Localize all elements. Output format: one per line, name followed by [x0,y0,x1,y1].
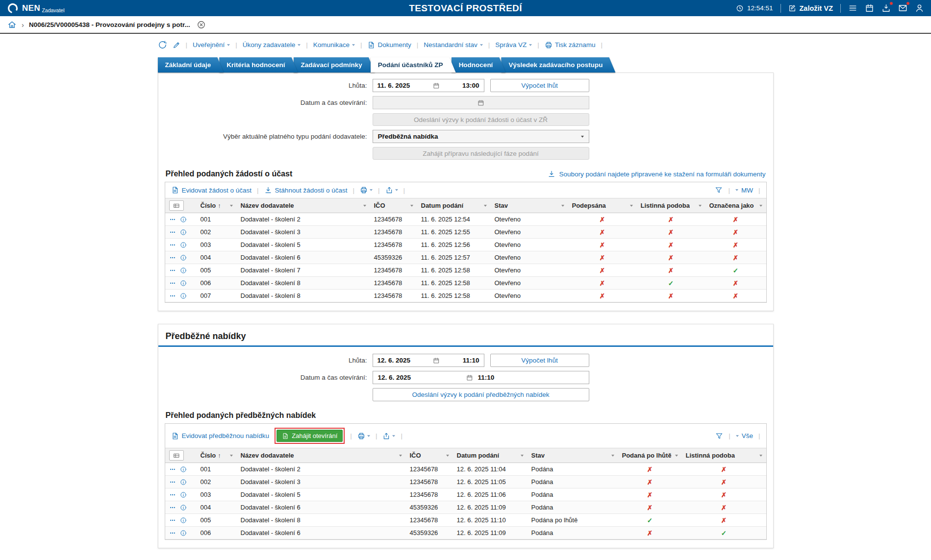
filter-button[interactable] [715,432,723,440]
register-prelim-offer-button[interactable]: Evidovat předběžnou nabídku [171,432,270,440]
row-info-icon[interactable] [180,479,187,486]
breadcrumb-record[interactable]: N006/25/V00005438 - Provozování prodejny… [29,21,190,28]
column-filter-icon[interactable] [759,205,762,207]
row-actions-icon[interactable] [169,479,176,486]
edit-button[interactable] [173,41,180,49]
row-actions-icon[interactable] [169,530,176,536]
column-filter-icon[interactable] [699,205,702,207]
submission-type-select[interactable]: Předběžná nabídka [373,130,589,143]
column-header[interactable]: Datum podání [417,198,491,213]
table-row[interactable]: 006Dodavatel - školení 64535932612. 6. 2… [165,527,766,539]
downloads-button[interactable] [881,3,891,13]
table-row[interactable]: 004Dodavatel - školení 64535932612. 6. 2… [165,501,766,514]
table-row[interactable]: 006Dodavatel - školení 81234567811. 6. 2… [165,277,766,290]
create-vz-button[interactable]: Založit VZ [788,4,833,12]
menu-nestandardni-stav[interactable]: Nestandardní stav [424,41,483,49]
prelim-deadline-datetime-field[interactable]: 12. 6. 2025 11:10 [373,354,484,367]
column-header[interactable]: Číslo↑ [197,448,237,463]
column-header[interactable]: Název dodavatele [237,198,370,213]
messages-button[interactable] [898,3,907,13]
submission-files-link[interactable]: Soubory podání najdete připravené ke sta… [548,170,765,178]
table-row[interactable]: 004Dodavatel - školení 64535932611. 6. 2… [165,251,766,264]
calendar-button[interactable] [865,3,874,13]
calendar-icon[interactable] [466,374,473,381]
column-filter-icon[interactable] [230,205,233,207]
column-header[interactable]: Podepsána [568,198,637,213]
column-filter-icon[interactable] [759,455,762,457]
row-actions-icon[interactable] [169,267,176,274]
row-info-icon[interactable] [180,504,187,511]
column-settings-button[interactable] [169,200,184,211]
register-request-button[interactable]: Evidovat žádost o účast [171,186,252,194]
row-info-icon[interactable] [180,267,187,274]
column-filter-icon[interactable] [521,455,524,457]
export-table-button[interactable] [385,186,398,194]
row-info-icon[interactable] [180,216,187,223]
column-filter-icon[interactable] [561,205,564,207]
calendar-icon[interactable] [433,357,440,364]
column-filter-icon[interactable] [675,455,678,457]
row-info-icon[interactable] [180,280,187,287]
print-table-button[interactable] [360,186,373,194]
menu-tisk-zaznamu[interactable]: Tisk záznamu [545,41,596,49]
tab-vysledek-zadavaciho-postupu[interactable]: Výsledek zadávacího postupu [501,57,615,73]
column-settings-button[interactable] [169,450,184,461]
calc-deadlines-button[interactable]: Výpočet lhůt [490,79,589,92]
account-button[interactable] [915,3,924,13]
row-actions-icon[interactable] [169,491,176,498]
column-header[interactable]: Datum podání [453,448,528,463]
row-info-icon[interactable] [180,466,187,473]
table-row[interactable]: 001Dodavatel - školení 21234567811. 6. 2… [165,213,766,226]
deadline-datetime-field[interactable]: 11. 6. 2025 13:00 [373,79,484,92]
menu-komunikace[interactable]: Komunikace [313,41,355,49]
tab-podani-ucastniku-zp[interactable]: Podání účastníků ZP [371,57,456,73]
row-actions-icon[interactable] [169,517,176,524]
nen-brand[interactable]: NEN Zadavatel [7,2,65,14]
column-filter-icon[interactable] [446,455,449,457]
row-info-icon[interactable] [180,517,187,524]
column-filter-icon[interactable] [630,205,633,207]
row-actions-icon[interactable] [169,280,176,287]
row-actions-icon[interactable] [169,466,176,473]
close-record-button[interactable] [197,20,206,29]
prelim-opening-datetime-field[interactable]: 12. 6. 2025 11:10 [373,371,589,384]
download-requests-button[interactable]: Stáhnout žádosti o účast [264,186,348,194]
print-table-button[interactable] [357,432,370,440]
column-header[interactable]: Stav [528,448,618,463]
column-filter-icon[interactable] [230,455,233,457]
row-actions-icon[interactable] [169,292,176,299]
row-actions-icon[interactable] [169,504,176,511]
table-row[interactable]: 007Dodavatel - školení 81234567811. 6. 2… [165,290,766,302]
column-header[interactable]: Listinná podoba [682,448,766,463]
table-row[interactable]: 001Dodavatel - školení 21234567812. 6. 2… [165,463,766,476]
saved-view-select[interactable]: Vše [736,432,753,439]
history-button[interactable] [158,40,167,49]
row-info-icon[interactable] [180,242,187,248]
tab-hodnoceni[interactable]: Hodnocení [452,57,506,73]
column-header[interactable]: Název dodavatele [237,448,406,463]
table-row[interactable]: 003Dodavatel - školení 51234567812. 6. 2… [165,488,766,501]
row-actions-icon[interactable] [169,254,176,261]
column-filter-icon[interactable] [399,455,402,457]
menu-sprava-vz[interactable]: Správa VZ [495,41,532,49]
column-header[interactable]: IČO [370,198,417,213]
menu-ukony-zadavatele[interactable]: Úkony zadavatele [243,41,301,49]
row-info-icon[interactable] [180,491,187,498]
calendar-icon[interactable] [433,82,440,89]
table-row[interactable]: 005Dodavatel - školení 81234567812. 6. 2… [165,514,766,527]
calc-deadlines-button[interactable]: Výpočet lhůt [490,354,589,367]
column-header[interactable]: Stav [491,198,568,213]
column-header[interactable]: IČO [406,448,453,463]
start-opening-button[interactable]: Zahájit otevírání [277,430,343,442]
column-filter-icon[interactable] [363,205,366,207]
tab-zakladni-udaje[interactable]: Základní údaje [158,57,224,73]
tab-zadavaci-podminky[interactable]: Zadávací podmínky [294,57,375,73]
row-actions-icon[interactable] [169,216,176,223]
row-info-icon[interactable] [180,254,187,261]
table-row[interactable]: 003Dodavatel - školení 51234567811. 6. 2… [165,239,766,251]
row-actions-icon[interactable] [169,229,176,236]
tab-kriteria-hodnoceni[interactable]: Kritéria hodnocení [219,57,298,73]
column-header[interactable]: Podaná po lhůtě [618,448,682,463]
row-info-icon[interactable] [180,229,187,236]
table-row[interactable]: 002Dodavatel - školení 31234567812. 6. 2… [165,476,766,488]
